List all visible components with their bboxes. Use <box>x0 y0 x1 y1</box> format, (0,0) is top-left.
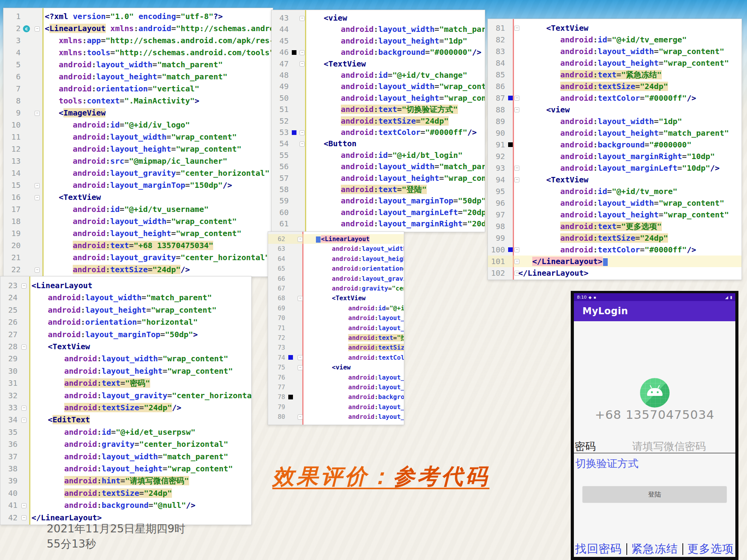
datetime-caption: 2021年11月25日星期四9时 55分13秒 <box>47 521 185 551</box>
fold-icon[interactable]: − <box>21 345 26 350</box>
fold-icon[interactable]: − <box>35 26 40 32</box>
code-line: 101−</LinearLayout> <box>488 256 742 267</box>
line-number: 27 <box>1 329 18 341</box>
line-number: 63 <box>269 244 285 254</box>
fold-icon[interactable]: − <box>300 50 305 55</box>
line-number: 37 <box>1 451 18 463</box>
password-row: 密码 请填写微信密码 <box>575 439 734 453</box>
fold-icon[interactable]: − <box>300 61 305 66</box>
line-number: 15 <box>4 179 21 191</box>
code-line: 79android:layout_marginRight="10dp" <box>268 402 404 412</box>
code-line: 62−<LinearLayout <box>268 234 404 244</box>
code-line: 58android:text="登陆" <box>272 184 485 195</box>
line-number: 5 <box>4 59 21 71</box>
fold-icon[interactable]: − <box>300 130 305 135</box>
code-line: 100−android:textColor="#0000ff"/> <box>488 244 742 256</box>
line-number: 26 <box>1 316 18 328</box>
divider <box>574 453 735 453</box>
line-number: 64 <box>269 254 285 264</box>
switch-verify-link[interactable]: 切换验证方式 <box>575 457 638 471</box>
caption-line-1: 2021年11月25日星期四9时 <box>47 521 185 536</box>
fold-icon[interactable]: − <box>21 418 26 423</box>
code-line: 102−</LinearLayout> <box>488 267 742 279</box>
login-button[interactable]: 登陆 <box>582 486 727 502</box>
code-line: 14android:layout_gravity="center_horizon… <box>4 167 273 179</box>
fold-icon[interactable]: − <box>514 259 519 264</box>
fold-icon[interactable]: − <box>21 284 26 289</box>
line-number: 11 <box>4 131 21 143</box>
fold-icon[interactable]: − <box>298 365 303 370</box>
fold-icon[interactable]: − <box>514 166 519 171</box>
line-number: 65 <box>269 264 285 273</box>
link-more-options[interactable]: 更多选项 <box>687 541 734 557</box>
password-input[interactable]: 请填写微信密码 <box>632 439 706 453</box>
code-line: 64android:layout_height="match_parent" <box>268 254 404 264</box>
code-line: 47−<TextView <box>272 58 485 70</box>
fold-icon[interactable]: − <box>298 355 303 360</box>
fold-icon[interactable]: − <box>514 107 519 112</box>
line-number: 2 <box>4 23 21 35</box>
line-number: 44 <box>272 24 289 35</box>
code-line: 63android:layout_width="match_parent" <box>268 244 404 254</box>
gutter-badge-icon[interactable]: c <box>23 25 30 32</box>
phone-content: +68 13570475034 密码 请填写微信密码 切换验证方式 登陆 找回密… <box>574 321 735 557</box>
color-preview-swatch <box>288 355 293 360</box>
banner-emphasis: 参考代码 <box>393 464 489 489</box>
line-number: 24 <box>1 292 18 304</box>
code-line: 25android:layout_height="wrap_content" <box>0 304 251 316</box>
fold-icon[interactable]: − <box>35 195 40 200</box>
line-number: 53 <box>272 127 289 138</box>
color-preview-swatch <box>292 50 296 55</box>
link-recover-password[interactable]: 找回密码 <box>575 541 622 557</box>
link-emergency-freeze[interactable]: 紧急冻结 <box>631 541 678 557</box>
fold-icon[interactable]: − <box>514 26 519 31</box>
line-number: 9 <box>4 107 21 119</box>
color-preview-swatch <box>292 130 296 135</box>
code-line: 21android:layout_gravity="center_horizon… <box>4 252 273 264</box>
code-line: 11android:layout_width="wrap_content" <box>4 131 273 143</box>
line-number: 19 <box>4 228 21 240</box>
fold-icon[interactable]: − <box>514 247 519 252</box>
code-line: 12android:layout_height="wrap_content" <box>4 143 273 155</box>
code-line: 29android:layout_width="wrap_content" <box>0 353 251 365</box>
line-number: 98 <box>489 220 505 232</box>
code-line: 43−<view <box>272 12 485 24</box>
fold-icon[interactable]: − <box>298 237 303 242</box>
banner-prefix: 效果评价： <box>272 464 393 489</box>
fold-icon[interactable]: − <box>35 111 40 116</box>
code-line: 24android:layout_width="match_parent" <box>0 292 251 304</box>
line-number: 46 <box>272 47 289 58</box>
line-number: 40 <box>1 487 18 499</box>
line-number: 93 <box>489 162 505 174</box>
line-number: 16 <box>4 191 21 203</box>
fold-icon[interactable]: − <box>298 415 303 420</box>
line-number: 96 <box>489 197 505 209</box>
fold-icon[interactable]: − <box>300 142 305 147</box>
fold-icon[interactable]: − <box>21 503 26 508</box>
fold-icon[interactable]: − <box>300 16 305 21</box>
line-number: 42 <box>1 512 18 524</box>
code-line: 33−android:textSize="24dp"/> <box>0 402 251 414</box>
fold-icon[interactable]: − <box>514 96 519 101</box>
fold-icon[interactable]: − <box>514 177 519 182</box>
line-number: 33 <box>1 402 18 414</box>
code-line: 3xmlns:app="http://schemas.android.com/a… <box>4 35 273 47</box>
code-line: 8tools:context=".MainActivity"> <box>4 95 273 107</box>
password-label: 密码 <box>575 440 596 452</box>
line-number: 94 <box>489 174 505 186</box>
code-line: 6android:layout_height="match_parent" <box>4 71 273 83</box>
line-number: 25 <box>1 304 18 316</box>
code-line: 13android:src="@mipmap/ic_launcher" <box>4 155 273 167</box>
fold-icon[interactable]: − <box>21 515 26 520</box>
line-number: 50 <box>272 93 289 104</box>
fold-icon[interactable]: − <box>35 268 40 273</box>
line-number: 47 <box>272 58 289 70</box>
fold-icon[interactable]: − <box>298 296 303 301</box>
code-line: 7android:orientation="vertical" <box>4 83 273 95</box>
phone-status-bar: 8:10 ◆ ▪ ◢ ▮ <box>574 293 735 301</box>
fold-icon[interactable]: − <box>35 183 40 188</box>
code-line: 69android:id="@+id/tv_takeback" <box>268 303 404 313</box>
fold-icon[interactable]: − <box>21 406 26 411</box>
code-line: 60android:layout_marginLeft="20dp" <box>272 207 485 218</box>
line-number: 20 <box>4 240 21 252</box>
